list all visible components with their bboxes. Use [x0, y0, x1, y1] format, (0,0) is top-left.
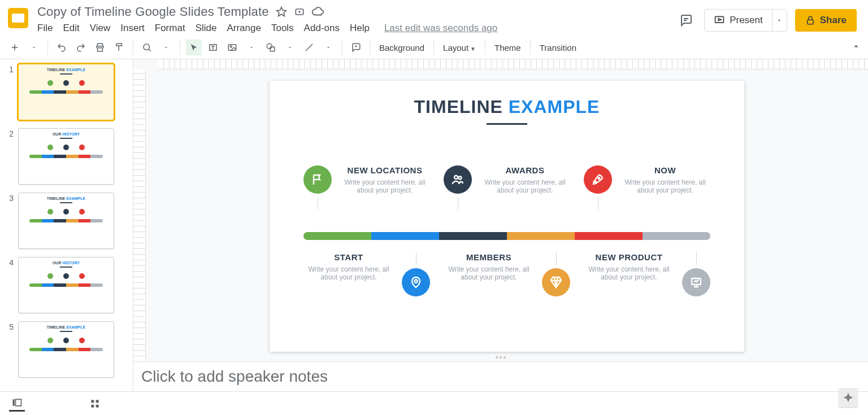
timeline-top-item[interactable]: AWARDS Write your content here, all abou…: [444, 165, 570, 233]
layout-button[interactable]: Layout▼: [440, 41, 479, 55]
timeline-segment: [643, 232, 710, 240]
timeline-bar: [303, 232, 710, 240]
svg-point-12: [454, 176, 458, 179]
app-logo[interactable]: [5, 5, 32, 32]
image-tool-button[interactable]: [224, 40, 240, 55]
line-dropdown[interactable]: [320, 40, 336, 55]
menu-edit[interactable]: Edit: [63, 23, 79, 34]
item-desc: Write your content here, all about your …: [303, 265, 394, 281]
present-dropdown-button[interactable]: [772, 10, 787, 31]
layout-label: Layout: [443, 43, 468, 53]
slide-thumbnail-3[interactable]: 3TIMELINE EXAMPLE: [6, 193, 127, 249]
slide-thumbnail-4[interactable]: 4OUR HISTORY: [6, 257, 127, 313]
star-icon[interactable]: [276, 6, 287, 18]
open-comments-button[interactable]: [676, 10, 696, 30]
select-tool-button[interactable]: [186, 40, 202, 55]
slide-thumbnail-5[interactable]: 5TIMELINE EXAMPLE: [6, 321, 127, 378]
timeline-bottom-item[interactable]: MEMBERS Write your content here, all abo…: [444, 252, 570, 296]
line-tool-button[interactable]: [301, 40, 317, 55]
zoom-button[interactable]: [139, 40, 155, 55]
item-desc: Write your content here, all about your …: [444, 265, 534, 281]
speaker-notes[interactable]: Click to add speaker notes: [133, 361, 868, 391]
toolbar: Background Layout▼ Theme Transition: [0, 36, 868, 59]
filmstrip-view-button[interactable]: [9, 396, 25, 412]
last-edit-link[interactable]: Last edit was seconds ago: [384, 23, 497, 34]
new-slide-button[interactable]: [7, 40, 23, 55]
present-button[interactable]: Present: [705, 10, 772, 31]
menu-help[interactable]: Help: [350, 23, 370, 34]
slide-filmstrip[interactable]: 1TIMELINE EXAMPLE2OUR HISTORY3TIMELINE E…: [0, 59, 133, 391]
undo-button[interactable]: [54, 40, 70, 55]
item-label: NEW LOCATIONS: [340, 165, 430, 175]
menu-file[interactable]: File: [37, 23, 53, 34]
horizontal-ruler[interactable]: [158, 59, 868, 69]
menu-add-ons[interactable]: Add-ons: [304, 23, 340, 34]
item-desc: Write your content here, all about your …: [480, 178, 570, 194]
share-button[interactable]: Share: [795, 9, 857, 32]
timeline-bottom-item[interactable]: START Write your content here, all about…: [303, 252, 430, 296]
move-icon[interactable]: [294, 6, 305, 18]
menu-bar: FileEditViewInsertFormatSlideArrangeTool…: [37, 23, 676, 34]
new-slide-dropdown[interactable]: [26, 40, 42, 55]
print-button[interactable]: [92, 40, 108, 55]
menu-format[interactable]: Format: [155, 23, 185, 34]
item-desc: Write your content here, all about your …: [620, 178, 710, 194]
svg-point-10: [267, 43, 272, 49]
thumb-number: 2: [6, 129, 14, 138]
thumb-number: 1: [6, 65, 14, 74]
grid-view-button[interactable]: [87, 396, 103, 412]
svg-rect-4: [808, 20, 814, 24]
timeline-top-item[interactable]: NOW Write your content here, all about y…: [584, 165, 710, 233]
flag-icon: [303, 165, 332, 194]
collapse-toolbar-button[interactable]: [851, 41, 861, 54]
transition-button[interactable]: Transition: [536, 41, 580, 55]
shape-dropdown[interactable]: [282, 40, 298, 55]
slide-title-a: TIMELINE: [414, 97, 503, 117]
comment-tool-button[interactable]: [348, 40, 364, 55]
svg-rect-21: [91, 404, 94, 407]
svg-rect-17: [13, 399, 15, 406]
timeline-segment: [371, 232, 439, 240]
theme-button[interactable]: Theme: [491, 41, 524, 55]
svg-point-14: [598, 178, 600, 180]
timeline-bottom-item[interactable]: NEW PRODUCT Write your content here, all…: [584, 252, 710, 296]
drag-handle-icon[interactable]: [496, 356, 506, 359]
menu-tools[interactable]: Tools: [271, 23, 294, 34]
timeline-top-item[interactable]: NEW LOCATIONS Write your content here, a…: [303, 165, 430, 233]
timeline-diagram[interactable]: NEW LOCATIONS Write your content here, a…: [303, 165, 710, 296]
slide-thumbnail-2[interactable]: 2OUR HISTORY: [6, 128, 127, 185]
zoom-dropdown[interactable]: [158, 40, 174, 55]
svg-point-15: [415, 280, 418, 283]
explore-button[interactable]: [839, 388, 858, 407]
timeline-segment: [303, 232, 371, 240]
svg-rect-20: [96, 400, 99, 403]
item-label: NOW: [620, 165, 710, 175]
shape-tool-button[interactable]: [263, 40, 279, 55]
thumb-number: 4: [6, 258, 14, 267]
slide-canvas[interactable]: TIMELINE EXAMPLE NEW LOCATIONS Write you…: [270, 81, 744, 352]
presentation-icon: [682, 268, 710, 296]
redo-button[interactable]: [73, 40, 89, 55]
doc-title[interactable]: Copy of Timeline Google Slides Template: [37, 5, 269, 19]
background-button[interactable]: Background: [376, 41, 428, 55]
svg-marker-0: [276, 7, 286, 16]
menu-view[interactable]: View: [90, 23, 111, 34]
vertical-ruler[interactable]: [133, 69, 146, 361]
title-underline: [487, 123, 527, 125]
svg-point-6: [144, 44, 150, 50]
paint-format-button[interactable]: [111, 40, 127, 55]
slide-title[interactable]: TIMELINE EXAMPLE: [292, 97, 722, 117]
svg-rect-5: [98, 48, 103, 51]
menu-slide[interactable]: Slide: [196, 23, 217, 34]
speaker-notes-placeholder: Click to add speaker notes: [141, 368, 328, 385]
slide-thumbnail-1[interactable]: 1TIMELINE EXAMPLE: [6, 64, 127, 120]
item-label: MEMBERS: [444, 252, 534, 262]
diamond-icon: [542, 268, 570, 296]
slide-stage[interactable]: TIMELINE EXAMPLE NEW LOCATIONS Write you…: [146, 69, 868, 361]
menu-arrange[interactable]: Arrange: [227, 23, 261, 34]
thumb-number: 3: [6, 194, 14, 203]
menu-insert[interactable]: Insert: [120, 23, 145, 34]
cloud-status-icon[interactable]: [312, 6, 324, 18]
textbox-tool-button[interactable]: [205, 40, 221, 55]
image-dropdown[interactable]: [244, 40, 259, 55]
